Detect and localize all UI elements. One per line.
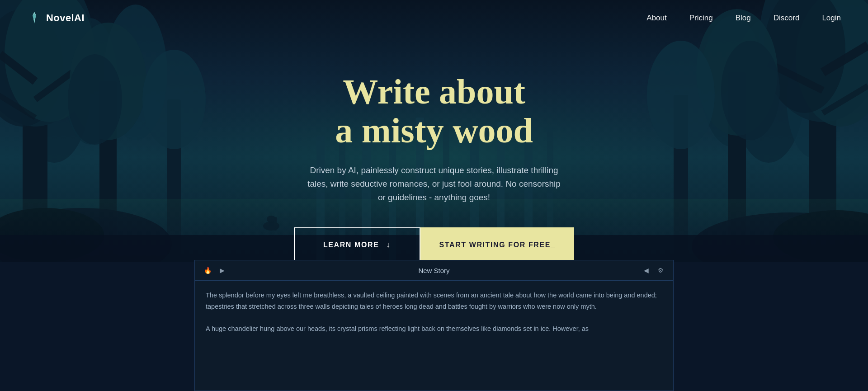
- learn-more-label: LEARN MORE: [323, 241, 379, 249]
- editor-text-paragraph-1: The splendor before my eyes left me brea…: [206, 290, 662, 312]
- down-arrow-icon: ↓: [386, 240, 391, 250]
- start-writing-label: START WRITING FOR FREE_: [439, 241, 556, 249]
- settings-icon[interactable]: ⚙: [656, 266, 665, 275]
- learn-more-button[interactable]: LEARN MORE ↓: [294, 227, 420, 263]
- editor-text-paragraph-2: A huge chandelier hung above our heads, …: [206, 323, 662, 334]
- editor-header-left: 🔥 ▶: [203, 266, 226, 275]
- start-writing-button[interactable]: START WRITING FOR FREE_: [420, 227, 574, 263]
- editor-header-right: ◀ ⚙: [642, 266, 665, 275]
- nav-link-pricing[interactable]: Pricing: [689, 14, 713, 23]
- logo-text: NovelAI: [46, 12, 85, 24]
- hero-buttons: LEARN MORE ↓ START WRITING FOR FREE_: [9, 227, 859, 263]
- hero-title-line1: Write about: [343, 72, 525, 111]
- hero-title: Write about a misty wood: [9, 72, 859, 150]
- flame-icon[interactable]: 🔥: [203, 266, 212, 275]
- expand-icon[interactable]: ▶: [217, 266, 226, 275]
- collapse-icon[interactable]: ◀: [642, 266, 651, 275]
- editor-panel: 🔥 ▶ New Story ◀ ⚙ The splendor before my…: [194, 260, 674, 391]
- novelai-logo-icon: [27, 11, 42, 25]
- nav-link-login[interactable]: Login: [822, 14, 841, 23]
- hero-content: Write about a misty wood Driven by AI, p…: [0, 45, 868, 263]
- navbar: NovelAI About Pricing Blog Discord Login: [0, 0, 868, 36]
- logo[interactable]: NovelAI: [27, 11, 85, 25]
- hero-title-line2: a misty wood: [335, 111, 533, 150]
- editor-body[interactable]: The splendor before my eyes left me brea…: [195, 281, 673, 344]
- hero-subtitle: Driven by AI, painlessly construct uniqu…: [303, 164, 565, 205]
- editor-title: New Story: [418, 267, 449, 274]
- nav-links: About Pricing Blog Discord Login: [646, 14, 841, 23]
- editor-header: 🔥 ▶ New Story ◀ ⚙: [195, 260, 673, 281]
- nav-link-discord[interactable]: Discord: [774, 14, 800, 23]
- nav-link-blog[interactable]: Blog: [736, 14, 751, 23]
- nav-link-about[interactable]: About: [646, 14, 666, 23]
